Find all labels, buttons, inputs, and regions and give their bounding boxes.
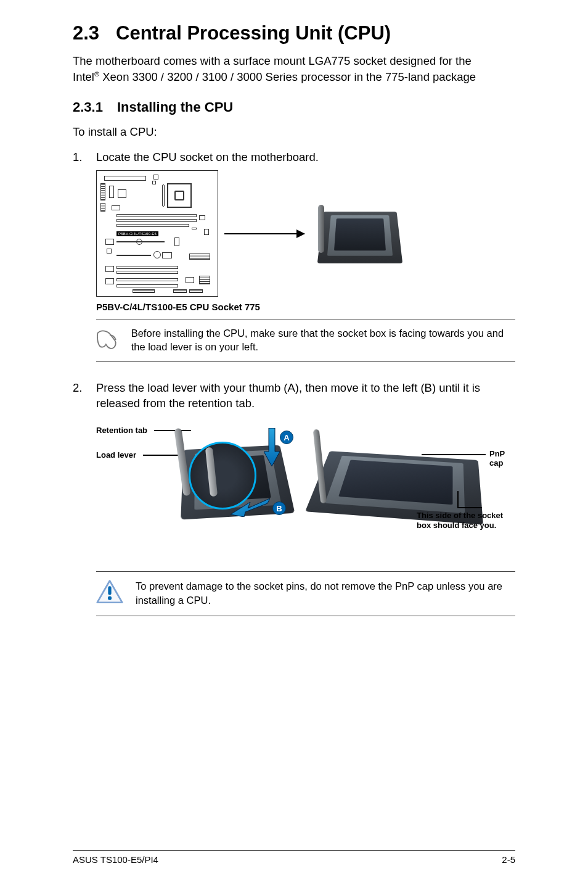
label-retention-tab: Retention tab [96, 426, 147, 435]
step-text: Locate the CPU socket on the motherboard… [96, 150, 515, 165]
label-pnp-cap: PnP cap [489, 449, 515, 468]
step-text: Press the load lever with your thumb (A)… [96, 381, 515, 411]
label-face-you-1: This side of the socket [417, 511, 503, 520]
svg-rect-0 [108, 587, 111, 595]
figure-row-1: P5BV-C/4L/TS100-E5 [96, 170, 515, 297]
subsection-title: Installing the CPU [117, 99, 233, 115]
arrow-b-icon [231, 496, 270, 517]
svg-point-1 [108, 596, 112, 600]
footer-left: ASUS TS100-E5/PI4 [73, 854, 158, 865]
page-footer: ASUS TS100-E5/PI4 2-5 [73, 850, 515, 865]
caution-box: To prevent damage to the socket pins, do… [96, 571, 515, 616]
section-heading: 2.3Central Processing Unit (CPU) [73, 22, 515, 44]
step-number: 1. [73, 150, 96, 165]
note-box: Before installing the CPU, make sure tha… [96, 320, 515, 362]
arrow-a-icon [264, 428, 280, 466]
subsection-heading: 2.3.1Installing the CPU [73, 99, 515, 115]
intro-paragraph: The motherboard comes with a surface mou… [73, 53, 515, 85]
section-number: 2.3 [73, 22, 116, 44]
motherboard-diagram: P5BV-C/4L/TS100-E5 [96, 170, 218, 297]
section-title: Central Processing Unit (CPU) [116, 22, 391, 44]
diagram-label: P5BV-C/4L/TS100-E5 [116, 231, 158, 236]
subsection-number: 2.3.1 [73, 99, 117, 115]
note-hand-icon [96, 326, 119, 353]
step-2: 2. Press the load lever with your thumb … [73, 381, 515, 411]
note-text: Before installing the CPU, make sure tha… [131, 326, 515, 354]
lead-text: To install a CPU: [73, 125, 515, 139]
figure-caption: P5BV-C/4L/TS100-E5 CPU Socket 775 [96, 302, 515, 312]
label-face-you-2: box should face you. [417, 521, 496, 530]
footer-right: 2-5 [502, 854, 515, 865]
caution-text: To prevent damage to the socket pins, do… [136, 579, 515, 607]
step-1: 1. Locate the CPU socket on the motherbo… [73, 150, 515, 165]
step-number: 2. [73, 381, 96, 411]
caution-triangle-icon [96, 579, 123, 605]
cpu-socket-photo [317, 194, 403, 274]
label-load-lever: Load lever [96, 450, 136, 460]
figure-2: Retention tab Load lever A B PnP cap Thi… [96, 417, 515, 559]
arrow-icon [224, 233, 304, 234]
